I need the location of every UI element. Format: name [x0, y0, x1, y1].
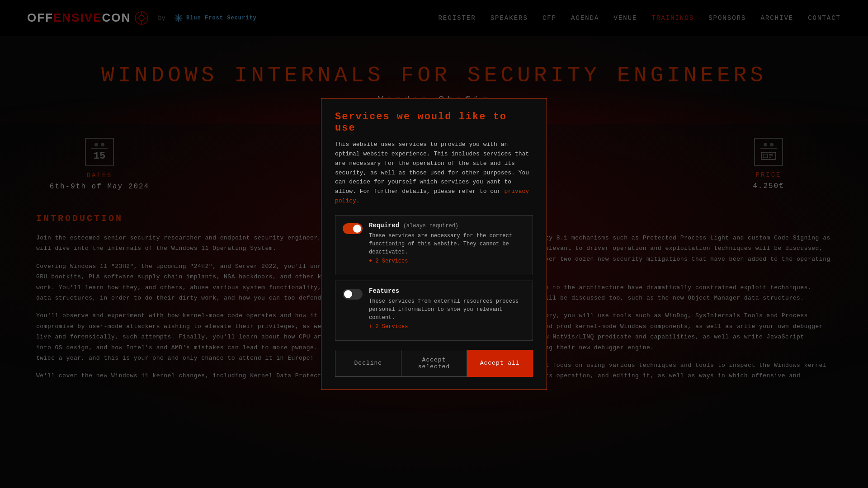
cookie-description: This website uses services to provide yo…	[335, 140, 533, 206]
cookie-section-required: Required (always required) These service…	[335, 215, 533, 275]
accept-all-button[interactable]: Accept all	[467, 350, 533, 377]
cookie-section-required-header: Required (always required) These service…	[343, 222, 525, 265]
cookie-modal-overlay: Services we would like to use This websi…	[0, 0, 868, 488]
cookie-section-features-title: Features	[369, 287, 525, 295]
cookie-section-required-title: Required (always required)	[369, 222, 525, 229]
cookie-section-features-info: Features These services from external re…	[369, 287, 525, 330]
required-expand[interactable]: + 2 Services	[369, 258, 408, 264]
cookie-modal: Services we would like to use This websi…	[321, 98, 547, 390]
cookie-section-features: Features These services from external re…	[335, 281, 533, 341]
cookie-buttons: Decline Accept selected Accept all	[335, 350, 533, 377]
required-badge: (always required)	[403, 223, 458, 229]
decline-button[interactable]: Decline	[335, 350, 401, 377]
features-expand[interactable]: + 2 Services	[369, 324, 408, 330]
required-toggle-wrapper[interactable]	[343, 223, 363, 234]
cookie-section-required-info: Required (always required) These service…	[369, 222, 525, 265]
cookie-section-required-desc: These services are necessary for the cor…	[369, 232, 525, 256]
cookie-title: Services we would like to use	[335, 111, 533, 134]
required-toggle[interactable]	[343, 223, 363, 234]
features-toggle[interactable]	[343, 289, 363, 300]
accept-selected-button[interactable]: Accept selected	[401, 350, 467, 377]
features-toggle-wrapper[interactable]	[343, 288, 363, 300]
cookie-section-features-desc: These services from external resources p…	[369, 297, 525, 322]
cookie-section-features-header: Features These services from external re…	[343, 287, 525, 330]
